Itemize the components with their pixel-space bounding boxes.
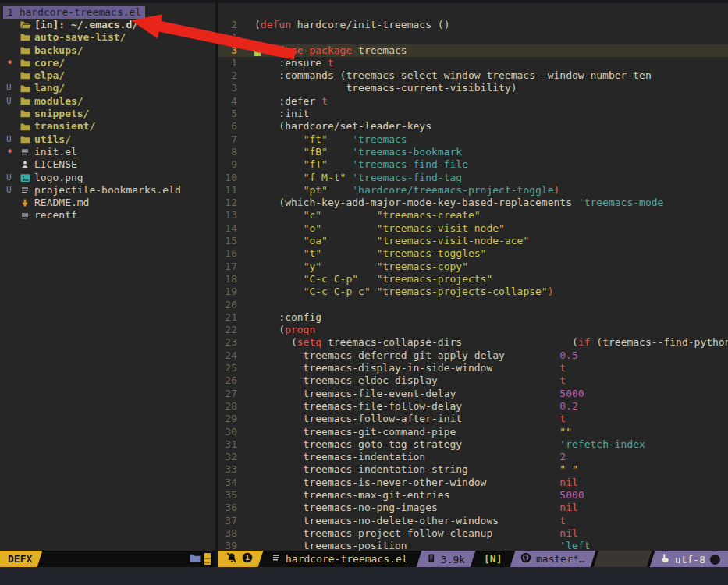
line-number: 25 (218, 362, 237, 374)
minibuffer[interactable] (0, 567, 728, 585)
line-number: 9 (218, 158, 237, 171)
tree-item-label: init.el (34, 146, 77, 158)
code-line: 1 :ensure t (218, 57, 728, 69)
tree-item[interactable]: recentf (0, 209, 215, 222)
line-number: 31 (218, 438, 237, 451)
tree-item[interactable]: auto-save-list/ (0, 31, 215, 44)
encoding-label: utf-8 (675, 553, 705, 565)
tree-item-label: elpa/ (34, 69, 65, 82)
git-branch-segment[interactable]: master*… (510, 551, 595, 567)
line-number: 30 (218, 426, 237, 438)
text-cursor (254, 44, 261, 56)
line-number: 2 (218, 19, 237, 31)
line-number: 32 (218, 451, 237, 463)
tree-item[interactable]: Umodules/ (0, 95, 215, 108)
modified-dot-marker: • (6, 148, 20, 156)
folder-icon (20, 97, 34, 106)
line-number: 8 (218, 146, 237, 158)
tree-item[interactable]: backups/ (0, 44, 215, 57)
person-icon (20, 160, 34, 170)
line-number: 21 (218, 311, 237, 324)
tree-item[interactable]: Uprojectile-bookmarks.eld (0, 184, 215, 197)
modeline-row: DEFX 1 (0, 551, 728, 567)
evil-state-segment: [N] (473, 551, 512, 567)
treemacs-sidebar[interactable]: 1 hardcore-treemacs.el [in]: ~/.emacs.d/… (0, 3, 215, 551)
tree-item-label: snippets/ (34, 108, 89, 120)
line-number: 4 (218, 95, 237, 108)
line-number: 33 (218, 463, 237, 476)
status-dot-icon (710, 554, 720, 564)
code-line: 39 treemacs-position 'left (218, 540, 728, 551)
tree-item-label: logo.png (34, 172, 83, 184)
folder-icon (190, 551, 201, 566)
tree-item[interactable]: LICENSE (0, 158, 215, 171)
line-number: 1 (218, 57, 237, 69)
hand-icon (660, 553, 670, 566)
buffer-segment[interactable]: hardcore-treemacs.el (261, 551, 418, 567)
code-line: 28 treemacs-file-follow-delay 0.2 (218, 400, 728, 413)
code-line: 36 treemacs-no-png-images nil (218, 502, 728, 514)
folder-icon (20, 33, 34, 42)
code-line: 10 "f M-t" 'treemacs-find-tag (218, 172, 728, 184)
line-number: 3 (218, 44, 237, 57)
window-number-1-icon: 1 (242, 552, 253, 566)
treemacs-mode-label: DEFX (8, 553, 32, 565)
tree-item-label: README.md (34, 197, 89, 209)
line-number: 27 (218, 388, 237, 400)
tree-item-label: auto-save-list/ (34, 31, 126, 44)
tree-item[interactable]: transient/ (0, 120, 215, 133)
code-line: 24 treemacs-deferred-git-apply-delay 0.5 (218, 349, 728, 362)
code-line: 13 "c" "treemacs-create" (218, 209, 728, 222)
code-line: 16 "t" "treemacs-toggles" (218, 247, 728, 260)
current-code-line: 3 (use-package treemacs (218, 44, 728, 57)
file-lines-icon (20, 186, 34, 195)
line-number: 1 (218, 31, 237, 44)
code-line: 7 "ft" 'treemacs (218, 133, 728, 146)
line-number: 35 (218, 489, 237, 502)
git-branch-label: master*… (536, 553, 585, 565)
tree-item-label: utils/ (34, 133, 71, 146)
tree-item[interactable]: •init.el (0, 146, 215, 158)
line-number: 39 (218, 540, 237, 551)
treemacs-window-title: 1 hardcore-treemacs.el (3, 6, 145, 19)
tree-item[interactable]: README.md (0, 197, 215, 209)
line-number: 17 (218, 261, 237, 273)
code-line: 33 treemacs-indentation-string " " (218, 463, 728, 476)
encoding-segment[interactable]: utf-8 (649, 551, 728, 567)
line-number: 2 (218, 69, 237, 82)
tree-item[interactable]: elpa/ (0, 69, 215, 82)
folder-icon (20, 135, 34, 144)
tree-item-label: backups/ (34, 44, 83, 57)
tree-item[interactable]: [in]: ~/.emacs.d/ (0, 19, 215, 31)
line-number: 14 (218, 222, 237, 235)
svg-text:1: 1 (245, 553, 250, 562)
treemacs-modeline[interactable]: DEFX (0, 551, 215, 567)
untracked-marker: U (6, 133, 20, 146)
buffer-size-segment[interactable]: 3.9k (416, 551, 475, 567)
tree-item-label: transient/ (34, 120, 95, 133)
code-buffer: 2(defun hardcore/init-treemacs ()13 (use… (218, 19, 728, 551)
code-line: 17 "y" "treemacs-copy" (218, 261, 728, 273)
code-line: 23 (setq treemacs-collapse-dirs (if (tre… (218, 336, 728, 349)
tree-item[interactable]: •core/ (0, 57, 215, 69)
folder-icon (20, 122, 34, 132)
code-line: 12 (which-key-add-major-mode-key-based-r… (218, 197, 728, 209)
code-editor[interactable]: 2(defun hardcore/init-treemacs ()13 (use… (218, 3, 728, 551)
file-lines-icon (20, 211, 34, 221)
line-number: 20 (218, 299, 237, 311)
line-number: 13 (218, 209, 237, 222)
untracked-marker: U (6, 82, 20, 94)
code-line: 5 :init (218, 108, 728, 120)
tree-item[interactable]: Ulogo.png (0, 172, 215, 184)
line-number: 5 (218, 108, 237, 120)
line-number: 12 (218, 197, 237, 209)
untracked-marker: U (6, 95, 20, 108)
code-line: 25 treemacs-display-in-side-window t (218, 362, 728, 374)
line-number: 6 (218, 120, 237, 133)
tree-item[interactable]: Uutils/ (0, 133, 215, 146)
line-number: 28 (218, 400, 237, 413)
editor-modeline[interactable]: 1 hardcore-treemacs.el 3.9k (218, 551, 728, 567)
tree-item[interactable]: Ulang/ (0, 82, 215, 94)
tree-item[interactable]: snippets/ (0, 108, 215, 120)
code-line: 38 treemacs-project-follow-cleanup nil (218, 527, 728, 540)
